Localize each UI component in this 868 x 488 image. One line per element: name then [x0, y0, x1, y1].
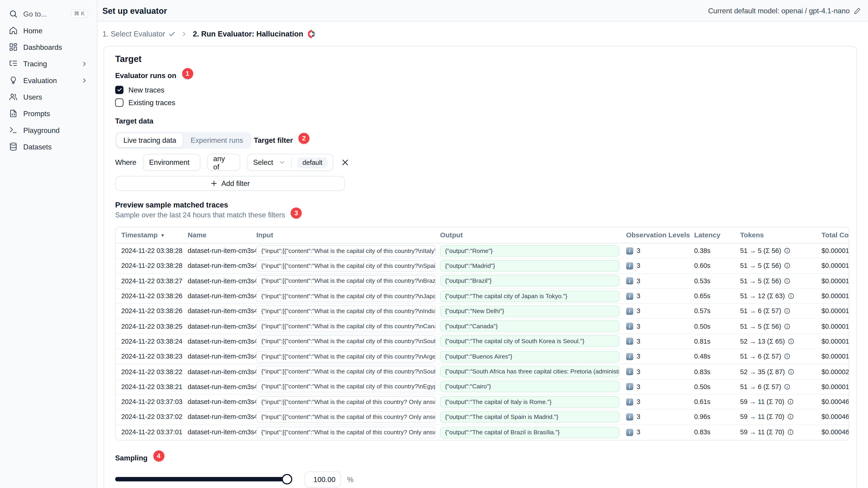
column-header-input[interactable]: Input [256, 231, 440, 239]
filter-value-select[interactable]: Select default [247, 154, 334, 171]
tracing-icon [9, 59, 18, 68]
output-cell[interactable]: {"output":"The capital city of South Kor… [440, 335, 620, 347]
table-row[interactable]: 2024-11-22 03:38:26 dataset-run-item-cm3… [116, 304, 849, 319]
info-circle-icon[interactable] [784, 353, 790, 360]
breadcrumb-step-1[interactable]: 1. Select Evaluator [102, 30, 176, 38]
column-header-name[interactable]: Name [188, 231, 256, 239]
tokens-cell: 51 → 5 (Σ 56) [740, 247, 822, 255]
table-row[interactable]: 2024-11-22 03:38:25 dataset-run-item-cm3… [116, 319, 849, 334]
output-cell[interactable]: {"output":"Brazil"} [440, 275, 620, 287]
table-row[interactable]: 2024-11-22 03:38:21 dataset-run-item-cm3… [116, 380, 849, 395]
column-header-output[interactable]: Output [440, 231, 626, 239]
sidebar-item-home[interactable]: Home [5, 22, 91, 39]
table-row[interactable]: 2024-11-22 03:38:22 dataset-run-item-cm3… [116, 364, 849, 380]
info-circle-icon[interactable] [787, 414, 794, 420]
input-cell[interactable]: {"input":[{"content":"What is the capita… [256, 426, 436, 438]
output-cell[interactable]: {"output":"The capital of Italy is Rome.… [440, 396, 620, 408]
column-header-timestamp[interactable]: Timestamp▼ [121, 231, 188, 239]
table-row[interactable]: 2024-11-22 03:38:24 dataset-run-item-cm3… [116, 334, 849, 349]
table-row[interactable]: 2024-11-22 03:38:27 dataset-run-item-cm3… [116, 273, 849, 289]
output-cell[interactable]: {"output":"Canada"} [440, 320, 620, 332]
slider-thumb[interactable] [282, 474, 292, 485]
output-cell[interactable]: {"output":"The capital city of Japan is … [440, 290, 620, 302]
new-traces-checkbox[interactable] [115, 86, 123, 94]
latency-cell: 0.50s [694, 383, 740, 391]
input-cell[interactable]: {"input":[{"content":"What is the capita… [256, 245, 436, 257]
target-data-label: Target data [115, 117, 856, 125]
info-circle-icon[interactable] [787, 293, 794, 299]
output-cell[interactable]: {"output":"Buenos Aires"} [440, 351, 620, 362]
info-circle-icon[interactable] [784, 308, 790, 315]
sidebar-item-prompts[interactable]: Prompts [5, 105, 91, 122]
latency-cell: 0.65s [694, 292, 740, 300]
input-cell[interactable]: {"input":[{"content":"What is the capita… [256, 396, 436, 408]
filter-operator-select[interactable]: any of [207, 154, 241, 171]
output-cell[interactable]: {"output":"Cairo"} [440, 381, 620, 392]
pencil-icon[interactable] [854, 7, 861, 14]
column-header-observation-levels[interactable]: Observation Levels [626, 231, 694, 239]
input-cell[interactable]: {"input":[{"content":"What is the capita… [256, 366, 436, 378]
info-circle-icon[interactable] [787, 429, 794, 436]
step-badge-3: 3 [291, 207, 302, 219]
table-row[interactable]: 2024-11-22 03:37:01 dataset-run-item-cm3… [116, 425, 849, 440]
breadcrumb-step-2[interactable]: 2. Run Evaluator: Hallucination [193, 29, 317, 39]
input-cell[interactable]: {"input":[{"content":"What is the capita… [256, 335, 436, 347]
sidebar-item-users[interactable]: Users [5, 89, 91, 105]
add-filter-button[interactable]: Add filter [115, 176, 345, 191]
total-cost-cell: $0.000011 ( [822, 307, 849, 315]
search-icon [9, 9, 18, 19]
sampling-slider[interactable] [115, 477, 287, 482]
input-cell[interactable]: {"input":[{"content":"What is the capita… [256, 320, 436, 332]
table-row[interactable]: 2024-11-22 03:38:28 dataset-run-item-cm3… [116, 259, 849, 274]
info-circle-icon[interactable] [784, 278, 790, 284]
column-header-latency[interactable]: Latency [694, 231, 740, 239]
output-cell[interactable]: {"output":"Rome"} [440, 245, 620, 257]
table-row[interactable]: 2024-11-22 03:37:03 dataset-run-item-cm3… [116, 395, 849, 410]
filter-column-select[interactable]: Environment [143, 154, 201, 171]
tab-live-tracing-data[interactable]: Live tracing data [117, 133, 183, 147]
default-model-text: Current default model: openai / gpt-4.1-… [708, 6, 850, 15]
remove-filter-button[interactable] [341, 158, 349, 166]
sampling-percentage-input[interactable] [305, 471, 341, 488]
checkbox-new-traces[interactable]: New traces [115, 84, 856, 95]
input-cell[interactable]: {"input":[{"content":"What is the capita… [256, 411, 436, 423]
sidebar-item-evaluation[interactable]: Evaluation [5, 72, 91, 88]
input-cell[interactable]: {"input":[{"content":"What is the capita… [256, 260, 436, 272]
name-cell: dataset-run-item-cm3s4 [188, 398, 256, 406]
sidebar-item-datasets[interactable]: Datasets [5, 138, 91, 155]
sidebar-item-playground[interactable]: Playground [5, 122, 91, 138]
info-circle-icon[interactable] [784, 263, 790, 269]
input-cell[interactable]: {"input":[{"content":"What is the capita… [256, 305, 436, 317]
input-cell[interactable]: {"input":[{"content":"What is the capita… [256, 381, 436, 392]
checkbox-existing-traces[interactable]: Existing traces [115, 97, 856, 108]
tab-experiment-runs[interactable]: Experiment runs [184, 133, 250, 147]
info-circle-icon[interactable] [784, 248, 790, 254]
table-row[interactable]: 2024-11-22 03:38:26 dataset-run-item-cm3… [116, 289, 849, 304]
input-cell[interactable]: {"input":[{"content":"What is the capita… [256, 351, 436, 362]
info-circle-icon[interactable] [787, 338, 794, 345]
observation-levels-cell: i 3 [626, 413, 694, 421]
column-header-total-cost[interactable]: Total Cost [822, 231, 849, 239]
existing-traces-checkbox[interactable] [115, 98, 123, 106]
total-cost-cell: $0.000029 [822, 368, 849, 376]
output-cell[interactable]: {"output":"South Africa has three capita… [440, 366, 620, 378]
info-circle-icon[interactable] [787, 368, 794, 375]
output-cell[interactable]: {"output":"Madrid"} [440, 260, 620, 272]
info-circle-icon[interactable] [787, 398, 794, 405]
output-cell[interactable]: {"output":"The capital of Brazil is Bras… [440, 426, 620, 438]
table-row[interactable]: 2024-11-22 03:38:28 dataset-run-item-cm3… [116, 243, 849, 259]
sidebar-item-tracing[interactable]: Tracing [5, 55, 91, 72]
table-row[interactable]: 2024-11-22 03:38:23 dataset-run-item-cm3… [116, 349, 849, 364]
goto-label: Go to... [23, 10, 65, 18]
info-circle-icon[interactable] [784, 383, 790, 390]
input-cell[interactable]: {"input":[{"content":"What is the capita… [256, 290, 436, 302]
output-cell[interactable]: {"output":"New Delhi"} [440, 305, 620, 317]
output-cell[interactable]: {"output":"The capital of Spain is Madri… [440, 411, 620, 423]
sidebar-item-dashboards[interactable]: Dashboards [5, 39, 91, 55]
info-badge-icon: i [626, 353, 633, 360]
table-row[interactable]: 2024-11-22 03:37:02 dataset-run-item-cm3… [116, 410, 849, 425]
column-header-tokens[interactable]: Tokens [740, 231, 822, 239]
input-cell[interactable]: {"input":[{"content":"What is the capita… [256, 275, 436, 287]
info-circle-icon[interactable] [784, 323, 790, 330]
goto-search[interactable]: Go to... ⌘ K [5, 5, 91, 22]
